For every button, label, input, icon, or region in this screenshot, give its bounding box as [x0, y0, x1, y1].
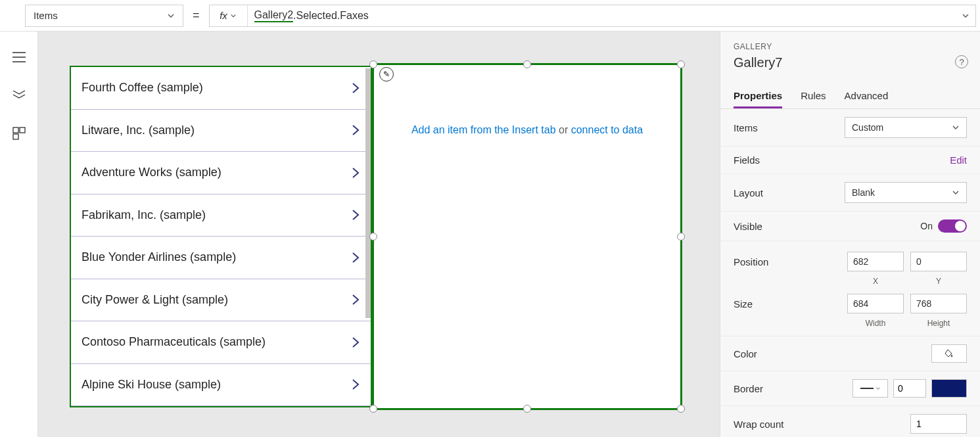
scrollbar[interactable]	[365, 68, 371, 318]
chevron-down-icon	[952, 189, 960, 196]
left-rail	[0, 32, 38, 437]
list-item-label: Litware, Inc. (sample)	[82, 124, 195, 137]
list-item[interactable]: Adventure Works (sample)	[71, 152, 371, 195]
layout-value: Blank	[852, 187, 875, 198]
items-label: Items	[734, 122, 758, 133]
resize-handle[interactable]	[369, 405, 377, 413]
resize-handle[interactable]	[523, 405, 531, 413]
help-icon[interactable]: ?	[955, 55, 968, 68]
size-w-input[interactable]	[847, 294, 904, 313]
row-fields: Fields Edit	[720, 147, 980, 174]
w-label: Width	[847, 319, 904, 328]
fill-icon	[944, 348, 954, 359]
list-item-label: Fourth Coffee (sample)	[82, 81, 203, 95]
panel-tabs: Properties Rules Advanced	[720, 85, 980, 109]
resize-handle[interactable]	[677, 60, 685, 68]
list-item-label: City Power & Light (sample)	[82, 293, 228, 307]
list-item[interactable]: Alpine Ski House (sample)	[71, 364, 371, 407]
formula-expand[interactable]	[956, 12, 975, 20]
tab-properties[interactable]: Properties	[734, 85, 782, 108]
resize-handle[interactable]	[523, 60, 531, 68]
gallery-left[interactable]: Fourth Coffee (sample)Litware, Inc. (sam…	[70, 66, 372, 407]
resize-handle[interactable]	[677, 405, 685, 413]
list-item[interactable]: Fourth Coffee (sample)	[71, 67, 371, 110]
items-value: Custom	[852, 122, 883, 133]
formula-input[interactable]: Gallery2.Selected.Faxes	[248, 9, 956, 22]
fields-label: Fields	[734, 154, 760, 166]
row-wrap: Wrap count	[720, 406, 980, 437]
components-icon[interactable]	[12, 126, 26, 141]
list-item[interactable]: Litware, Inc. (sample)	[71, 110, 371, 152]
border-width-input[interactable]	[893, 379, 926, 398]
size-h-input[interactable]	[910, 294, 967, 313]
chevron-right-icon	[351, 378, 360, 391]
formula-token: Gallery2	[254, 9, 294, 22]
pencil-icon[interactable]: ✎	[379, 67, 394, 81]
color-swatch[interactable]	[931, 344, 967, 363]
chevron-right-icon	[351, 81, 360, 95]
wrap-input[interactable]	[910, 414, 967, 434]
h-label: Height	[910, 319, 967, 328]
chevron-down-icon	[952, 124, 960, 131]
visible-toggle[interactable]	[938, 219, 967, 233]
formula-rest: .Selected.Faxes	[293, 10, 369, 22]
list-item-label: Alpine Ski House (sample)	[82, 378, 221, 392]
list-item-label: Contoso Pharmaceuticals (sample)	[82, 335, 266, 349]
chevron-right-icon	[351, 251, 360, 264]
list-item[interactable]: Contoso Pharmaceuticals (sample)	[71, 321, 371, 364]
hamburger-icon[interactable]	[12, 50, 26, 64]
list-item[interactable]: City Power & Light (sample)	[71, 279, 371, 322]
chevron-right-icon	[351, 293, 360, 306]
panel-kicker: GALLERY	[734, 42, 967, 51]
row-color: Color	[720, 336, 980, 371]
resize-handle[interactable]	[369, 60, 377, 68]
resize-handle[interactable]	[677, 233, 685, 241]
property-dropdown[interactable]: Items	[25, 5, 183, 27]
property-label: Items	[34, 10, 58, 21]
gallery-placeholder: Add an item from the Insert tab or conne…	[374, 124, 680, 136]
border-color-swatch[interactable]	[931, 379, 967, 398]
wrap-label: Wrap count	[734, 419, 783, 430]
layout-dropdown[interactable]: Blank	[845, 182, 967, 203]
border-label: Border	[734, 383, 763, 394]
position-y-input[interactable]	[910, 252, 967, 271]
visible-value: On	[920, 221, 933, 231]
list-item-label: Fabrikam, Inc. (sample)	[82, 208, 206, 222]
chevron-down-icon	[167, 12, 175, 20]
y-label: Y	[910, 277, 967, 286]
canvas[interactable]: Fourth Coffee (sample)Litware, Inc. (sam…	[38, 32, 720, 437]
gallery-selected[interactable]: ✎ Add an item from the Insert tab or con…	[372, 63, 682, 410]
chevron-down-icon	[230, 12, 237, 19]
list-item-label: Blue Yonder Airlines (sample)	[82, 250, 236, 264]
chevron-down-icon	[875, 386, 881, 391]
svg-rect-0	[13, 127, 18, 133]
tab-rules[interactable]: Rules	[801, 85, 826, 108]
connect-data-link[interactable]: connect to data	[571, 124, 643, 135]
panel-title: Gallery7	[734, 55, 967, 70]
insert-link[interactable]: Add an item from the Insert tab	[411, 124, 556, 135]
position-label: Position	[734, 256, 768, 267]
svg-rect-2	[13, 134, 18, 139]
fx-button[interactable]: fx	[210, 5, 248, 26]
row-visible: Visible On	[720, 212, 980, 241]
tab-advanced[interactable]: Advanced	[845, 85, 889, 108]
list-item[interactable]: Fabrikam, Inc. (sample)	[71, 195, 371, 237]
fields-edit-link[interactable]: Edit	[950, 154, 967, 166]
formula-box: fx Gallery2.Selected.Faxes	[209, 5, 976, 27]
row-items: Items Custom	[720, 109, 980, 147]
color-label: Color	[734, 348, 757, 359]
row-layout: Layout Blank	[720, 174, 980, 212]
list-item[interactable]: Blue Yonder Airlines (sample)	[71, 237, 371, 279]
list-item-label: Adventure Works (sample)	[82, 166, 222, 179]
property-panel: GALLERY Gallery7 ? Properties Rules Adva…	[720, 32, 980, 437]
visible-label: Visible	[734, 221, 762, 232]
border-style-dropdown[interactable]	[852, 379, 888, 398]
position-x-input[interactable]	[847, 252, 904, 271]
size-label: Size	[734, 298, 753, 310]
placeholder-or: or	[556, 124, 571, 135]
tree-view-icon[interactable]	[12, 88, 26, 103]
items-dropdown[interactable]: Custom	[845, 117, 967, 138]
resize-handle[interactable]	[369, 233, 377, 241]
fx-label: fx	[220, 10, 227, 21]
row-size: Size	[720, 292, 980, 316]
